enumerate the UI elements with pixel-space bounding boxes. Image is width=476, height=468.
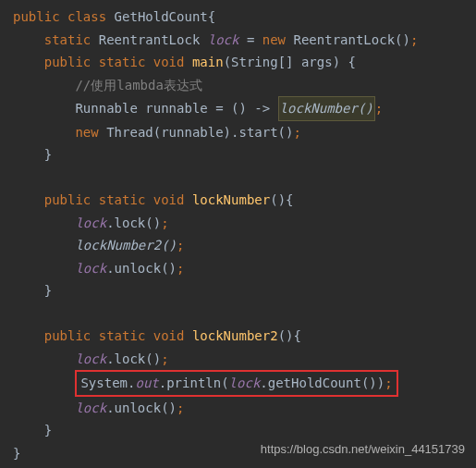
type: Runnable [75,101,137,116]
keyword: static [44,32,92,47]
type: ReentrantLock [99,32,201,47]
code-line: lock.lock(); [13,212,476,235]
call: .unlock() [106,261,177,276]
code-line: } [13,419,476,442]
brace: } [44,423,52,437]
code-line: lockNumber2(); [13,234,476,257]
code-line: public static void lockNumber(){ [13,189,476,212]
keyword: public [44,55,92,69]
semi: ; [410,32,418,47]
paren: (){ [270,192,293,207]
ctor: ReentrantLock() [294,32,410,47]
call: .lock() [106,216,161,230]
code-line: public static void main(String[] args) { [13,51,476,74]
method-name: main [192,55,224,69]
paren: (){ [278,328,301,343]
call: lockNumber2() [75,238,177,252]
method-name: lockNumber [192,192,270,207]
keyword: void [153,328,185,343]
keyword: new [262,32,286,47]
call: .lock() [106,351,161,366]
call: Thread(runnable).start() [106,125,293,140]
field: lock [75,400,106,415]
keyword: new [75,125,98,140]
field: lock [208,32,239,47]
op: = [238,32,262,47]
highlighted-call: lockNumber() [278,96,375,121]
semi: ; [293,125,300,140]
semi: ; [161,216,168,230]
field: out [135,376,158,390]
keyword: class [67,9,106,24]
code-line [13,166,476,190]
semi: ; [177,238,184,252]
code-line: static ReentrantLock lock = new Reentran… [13,29,476,52]
code-line: Runnable runnable = () -> lockNumber(); [13,96,476,121]
watermark: https://blog.csdn.net/weixin_44151739 [261,439,465,461]
code-line: lock.lock(); [13,348,476,371]
semi: ; [375,101,383,116]
highlighted-line-box: System.out.println(lock.getHoldCount()); [75,370,397,397]
keyword: void [153,55,185,69]
keyword: static [99,328,146,343]
code-line: lock.unlock(); [13,397,476,420]
code-line: System.out.println(lock.getHoldCount()); [13,370,476,397]
code-line: public static void lockNumber2(){ [13,325,476,348]
var: runnable = () -> [145,101,277,116]
params: (String[] args) { [224,55,356,69]
code-line: public class GetHoldCount{ [13,6,476,29]
comment: //使用lambda表达式 [75,78,201,92]
call: .getHoldCount()) [260,376,384,390]
keyword: public [44,192,92,207]
code-line: lock.unlock(); [13,257,476,280]
field: lock [229,376,261,390]
field: lock [75,261,106,276]
semi: ; [177,400,184,415]
code-editor[interactable]: public class GetHoldCount{ static Reentr… [13,6,476,464]
code-line [13,302,476,326]
brace: } [44,147,52,162]
code-line: //使用lambda表达式 [13,74,476,97]
call: .println( [159,376,229,390]
semi: ; [161,351,168,366]
brace: { [208,9,215,24]
keyword: static [99,55,146,69]
keyword: void [153,192,185,207]
code-line: new Thread(runnable).start(); [13,121,476,144]
semi: ; [384,376,392,390]
keyword: public [44,328,92,343]
brace: } [13,446,20,461]
semi: ; [177,261,184,276]
class-name: GetHoldCount [115,9,208,24]
field: lock [75,351,106,366]
method-name: lockNumber2 [192,328,278,343]
sys: System. [80,376,135,390]
call: .unlock() [106,400,177,415]
code-line: } [13,143,476,166]
brace: } [44,283,52,298]
keyword: static [99,192,146,207]
field: lock [75,216,106,230]
keyword: public [13,9,60,24]
code-line: } [13,279,476,302]
